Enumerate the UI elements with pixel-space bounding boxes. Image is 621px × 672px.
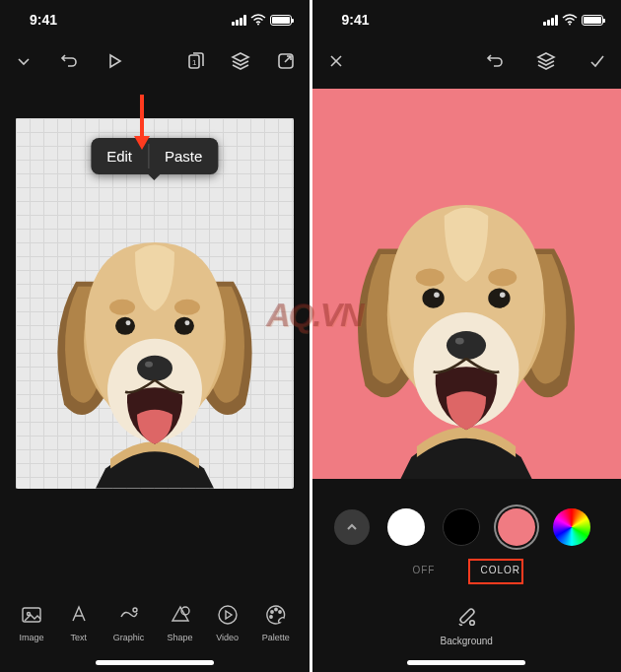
status-right xyxy=(543,14,603,26)
confirm-icon[interactable] xyxy=(587,51,607,71)
expand-colors-button[interactable] xyxy=(334,509,370,545)
svg-marker-31 xyxy=(538,53,554,61)
canvas-color-background xyxy=(312,89,622,479)
tool-label: Text xyxy=(70,633,87,642)
color-swatch-black[interactable] xyxy=(443,508,480,546)
svg-point-15 xyxy=(184,321,189,326)
color-swatch-white[interactable] xyxy=(387,508,425,546)
close-icon[interactable] xyxy=(326,51,346,71)
share-icon[interactable] xyxy=(276,51,296,71)
svg-point-37 xyxy=(434,292,440,298)
battery-icon xyxy=(582,15,603,26)
svg-point-42 xyxy=(470,621,475,626)
dog-subject-image[interactable] xyxy=(16,173,294,489)
tool-shape[interactable]: Shape xyxy=(168,603,193,642)
pages-icon[interactable]: 1 xyxy=(185,51,205,71)
layers-icon[interactable] xyxy=(536,51,556,71)
svg-point-38 xyxy=(489,288,511,307)
svg-text:1: 1 xyxy=(192,58,197,67)
svg-marker-23 xyxy=(226,611,232,619)
svg-point-16 xyxy=(109,300,135,315)
editor-toolbar xyxy=(312,39,622,83)
tool-palette[interactable]: Palette xyxy=(262,603,290,642)
color-swatch-row xyxy=(312,508,622,546)
status-time: 9:41 xyxy=(30,12,57,28)
tool-text[interactable]: Text xyxy=(67,603,91,642)
svg-point-35 xyxy=(455,337,464,344)
svg-point-39 xyxy=(500,292,506,298)
tool-label: Palette xyxy=(262,633,290,642)
editor-toolbar: 1 xyxy=(0,39,310,83)
canvas[interactable] xyxy=(312,89,622,479)
svg-point-40 xyxy=(416,268,445,286)
svg-point-41 xyxy=(489,268,518,286)
context-popup: Edit Paste xyxy=(91,138,218,174)
chevron-down-icon[interactable] xyxy=(14,51,34,71)
status-bar: 9:41 xyxy=(312,0,622,39)
paste-button[interactable]: Paste xyxy=(149,138,218,174)
color-swatch-pink[interactable] xyxy=(498,508,535,546)
status-bar: 9:41 xyxy=(0,0,310,39)
tab-color[interactable]: COLOR xyxy=(470,559,530,581)
tab-off[interactable]: OFF xyxy=(402,559,445,581)
background-tool-label: Background xyxy=(441,636,493,646)
layers-icon[interactable] xyxy=(231,51,250,71)
battery-icon xyxy=(270,15,292,26)
tool-label: Shape xyxy=(168,633,193,642)
tool-video[interactable]: Video xyxy=(216,603,240,642)
background-tool[interactable]: Background xyxy=(312,604,622,646)
undo-icon[interactable] xyxy=(485,51,505,71)
home-indicator[interactable] xyxy=(96,660,214,665)
svg-point-22 xyxy=(219,606,237,624)
dog-subject-image[interactable] xyxy=(312,128,622,479)
wifi-icon xyxy=(562,14,578,26)
home-indicator[interactable] xyxy=(407,660,525,665)
tool-label: Image xyxy=(20,633,44,642)
svg-point-0 xyxy=(257,24,259,26)
signal-icon xyxy=(232,15,246,26)
svg-point-24 xyxy=(271,611,273,613)
svg-point-26 xyxy=(279,611,281,613)
svg-point-13 xyxy=(125,321,130,326)
svg-point-17 xyxy=(174,300,200,315)
right-screenshot: 9:41 xyxy=(312,0,622,672)
svg-point-12 xyxy=(115,317,135,335)
svg-point-27 xyxy=(270,616,272,618)
color-picker-button[interactable] xyxy=(553,508,590,546)
svg-point-28 xyxy=(569,24,571,26)
svg-marker-4 xyxy=(233,53,248,61)
svg-point-36 xyxy=(423,288,445,307)
svg-point-10 xyxy=(137,356,172,381)
svg-point-34 xyxy=(447,331,486,360)
svg-point-14 xyxy=(174,317,194,335)
status-time: 9:41 xyxy=(342,12,370,28)
left-screenshot: 9:41 1 xyxy=(0,0,310,672)
edit-button[interactable]: Edit xyxy=(91,138,148,174)
svg-point-25 xyxy=(275,608,277,610)
signal-icon xyxy=(543,15,558,26)
play-icon[interactable] xyxy=(104,51,124,71)
undo-icon[interactable] xyxy=(59,51,79,71)
status-right xyxy=(232,14,292,26)
tool-label: Video xyxy=(216,633,239,642)
svg-point-20 xyxy=(133,608,137,612)
canvas[interactable]: Edit Paste xyxy=(16,118,294,489)
svg-marker-1 xyxy=(110,55,120,67)
background-mode-tabs: OFF COLOR xyxy=(312,559,622,581)
tool-label: Graphic xyxy=(113,633,145,642)
tool-image[interactable]: Image xyxy=(20,603,44,642)
tool-graphic[interactable]: Graphic xyxy=(113,603,145,642)
tools-row: Image Text Graphic Shape Video Palette xyxy=(0,603,310,642)
svg-point-11 xyxy=(145,362,153,368)
wifi-icon xyxy=(250,14,266,26)
